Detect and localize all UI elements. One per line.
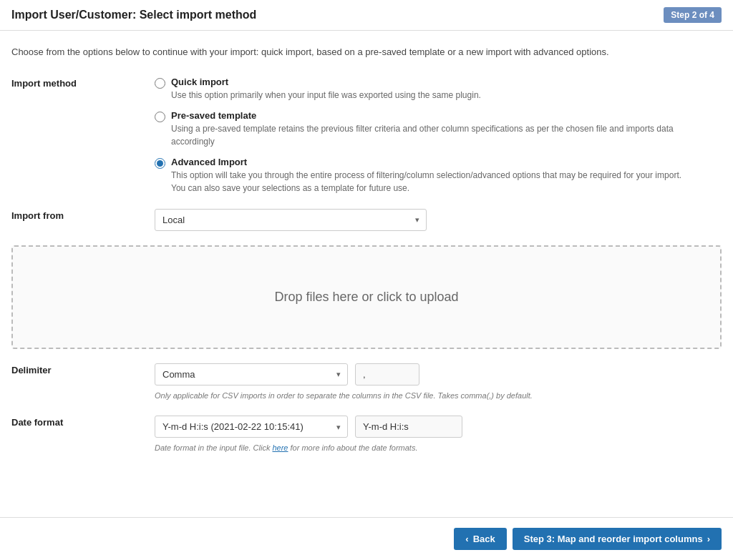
delimiter-select[interactable]: Comma Semicolon Tab Space Pipe <box>155 363 348 385</box>
step-badge: Step 2 of 4 <box>664 7 722 23</box>
radio-advanced-content: Advanced Import This option will take yo… <box>171 157 686 195</box>
delimiter-controls-area: Comma Semicolon Tab Space Pipe ▾ Only ap… <box>155 363 722 402</box>
page-footer: ‹ Back Step 3: Map and reorder import co… <box>0 517 733 560</box>
import-from-select[interactable]: Local FTP URL <box>155 209 427 231</box>
radio-quick-content: Quick import Use this option primarily w… <box>171 77 481 102</box>
back-button[interactable]: ‹ Back <box>454 528 506 550</box>
radio-group: Quick import Use this option primarily w… <box>155 77 722 195</box>
description-text: Choose from the options below to continu… <box>11 45 722 59</box>
radio-advanced-title: Advanced Import <box>171 157 686 167</box>
import-method-row: Import method Quick import Use this opti… <box>11 77 722 195</box>
upload-area[interactable]: Drop files here or click to upload <box>11 245 722 349</box>
import-from-row: Import from Local FTP URL ▾ <box>11 209 722 231</box>
delimiter-select-wrapper: Comma Semicolon Tab Space Pipe ▾ <box>155 363 348 385</box>
radio-presaved[interactable] <box>155 112 165 122</box>
import-from-select-wrapper: Local FTP URL ▾ <box>155 209 427 231</box>
radio-advanced-desc: This option will take you through the en… <box>171 169 686 195</box>
radio-option-presaved[interactable]: Pre-saved template Using a pre-saved tem… <box>155 110 722 148</box>
date-controls: Y-m-d H:i:s (2021-02-22 10:15:41) d/m/Y … <box>155 416 722 438</box>
page-title: Import User/Customer: Select import meth… <box>11 9 256 21</box>
radio-presaved-desc: Using a pre-saved template retains the p… <box>171 122 686 148</box>
delimiter-value-input[interactable] <box>355 363 419 385</box>
radio-option-advanced[interactable]: Advanced Import This option will take yo… <box>155 157 722 195</box>
delimiter-helper-text: Only applicable for CSV imports in order… <box>155 390 722 402</box>
date-format-value-input[interactable] <box>355 416 462 438</box>
date-format-helper-text: Date format in the input file. Click her… <box>155 442 722 454</box>
date-format-here-link[interactable]: here <box>272 443 288 452</box>
date-format-select-wrapper: Y-m-d H:i:s (2021-02-22 10:15:41) d/m/Y … <box>155 416 348 438</box>
date-format-select[interactable]: Y-m-d H:i:s (2021-02-22 10:15:41) d/m/Y … <box>155 416 348 438</box>
next-chevron-icon: › <box>707 534 710 544</box>
delimiter-controls: Comma Semicolon Tab Space Pipe ▾ <box>155 363 722 385</box>
date-format-row: Date format Y-m-d H:i:s (2021-02-22 10:1… <box>11 416 722 454</box>
import-from-label: Import from <box>11 209 155 221</box>
radio-advanced[interactable] <box>155 158 165 169</box>
main-content: Choose from the options below to continu… <box>0 31 733 540</box>
date-format-label: Date format <box>11 416 155 428</box>
back-chevron-icon: ‹ <box>465 534 468 544</box>
radio-quick-title: Quick import <box>171 77 481 87</box>
delimiter-row: Delimiter Comma Semicolon Tab Space Pipe… <box>11 363 722 402</box>
next-label: Step 3: Map and reorder import columns <box>524 534 703 544</box>
upload-section: Drop files here or click to upload <box>11 245 722 349</box>
date-helper-after: for more info about the date formats. <box>288 443 418 452</box>
import-from-controls: Local FTP URL ▾ <box>155 209 722 231</box>
delimiter-label: Delimiter <box>11 363 155 375</box>
radio-presaved-title: Pre-saved template <box>171 110 686 121</box>
radio-presaved-content: Pre-saved template Using a pre-saved tem… <box>171 110 686 148</box>
radio-quick[interactable] <box>155 78 165 89</box>
page-header: Import User/Customer: Select import meth… <box>0 0 733 31</box>
back-label: Back <box>473 534 495 544</box>
date-helper-before: Date format in the input file. Click <box>155 443 272 452</box>
date-format-controls-area: Y-m-d H:i:s (2021-02-22 10:15:41) d/m/Y … <box>155 416 722 454</box>
next-button[interactable]: Step 3: Map and reorder import columns › <box>513 528 722 550</box>
import-method-label: Import method <box>11 77 155 89</box>
import-method-controls: Quick import Use this option primarily w… <box>155 77 722 195</box>
radio-quick-desc: Use this option primarily when your inpu… <box>171 89 481 102</box>
radio-option-quick[interactable]: Quick import Use this option primarily w… <box>155 77 722 102</box>
upload-drop-text: Drop files here or click to upload <box>274 290 458 304</box>
